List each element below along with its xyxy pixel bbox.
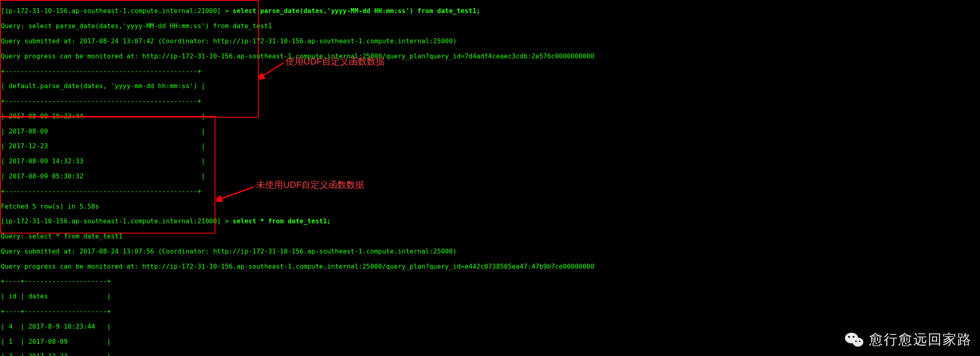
q1-header: | default.parse_date(dates, 'yyyy-mm-dd …	[1, 82, 980, 90]
svg-point-3	[853, 338, 863, 347]
svg-line-0	[262, 63, 284, 77]
annotation-arrow-2	[216, 180, 257, 204]
q2-row: | 1 | 2017-08-09 |	[1, 338, 980, 345]
svg-line-1	[220, 187, 254, 199]
q2-prompt-line: [ip-172-31-10-156.ap-southeast-1.compute…	[1, 218, 980, 225]
q2-row: | 2 | 2017-12-23 |	[1, 353, 980, 356]
q1-row: | 2017-08-09 14:32:33 |	[1, 158, 980, 165]
q2-row: | 4 | 2017-8-9 10:23:44 |	[1, 323, 980, 330]
annotation-label-1: 使用UDF自定义函数数据	[286, 56, 385, 67]
q2-prompt: [ip-172-31-10-156.ap-southeast-1.compute…	[1, 217, 233, 225]
q1-border-bot: +---------------------------------------…	[1, 188, 980, 195]
q2-header: | id | dates |	[1, 293, 980, 300]
q1-progress: Query progress can be monitored at: http…	[1, 53, 980, 60]
svg-point-5	[853, 336, 855, 338]
svg-point-7	[859, 340, 860, 342]
q1-row: | 2017-08-09 05:30:32 |	[1, 173, 980, 180]
q1-row: | 2017-08-09 10:23:44 |	[1, 113, 980, 120]
q1-submitted: Query submitted at: 2017-08-24 13:07:42 …	[1, 38, 980, 45]
q2-border-top: +----+---------------------+	[1, 278, 980, 285]
q1-row: | 2017-08-09 |	[1, 128, 980, 135]
svg-point-4	[848, 336, 850, 338]
q1-prompt: [ip-172-31-10-156.ap-southeast-1.compute…	[1, 7, 233, 15]
q1-fetched: Fetched 5 row(s) in 5.58s	[1, 203, 980, 210]
wechat-icon	[845, 332, 864, 348]
q2-command: select * from date_test1;	[233, 217, 331, 225]
q1-echo: Query: select parse_date(dates,'yyyy-MM-…	[1, 22, 980, 30]
q1-border-mid: +---------------------------------------…	[1, 98, 980, 105]
annotation-label-2: 未使用UDF自定义函数数据	[256, 180, 364, 190]
watermark-text: 愈行愈远回家路	[869, 332, 972, 347]
q1-border-top: +---------------------------------------…	[1, 68, 980, 75]
annotation-arrow-1	[259, 60, 288, 85]
q2-border-mid: +----+---------------------+	[1, 308, 980, 315]
q2-echo: Query: select * from date_test1	[1, 233, 980, 240]
svg-point-6	[855, 340, 857, 342]
q2-submitted: Query submitted at: 2017-08-24 13:07:56 …	[1, 248, 980, 255]
q2-progress: Query progress can be monitored at: http…	[1, 263, 980, 270]
q1-prompt-line: [ip-172-31-10-156.ap-southeast-1.compute…	[1, 7, 980, 15]
q1-row: | 2017-12-23 |	[1, 142, 980, 150]
watermark: 愈行愈远回家路	[845, 332, 972, 348]
terminal-output: [ip-172-31-10-156.ap-southeast-1.compute…	[0, 0, 980, 356]
q1-command: select parse_date(dates,'yyyy-MM-dd HH:m…	[233, 7, 480, 15]
